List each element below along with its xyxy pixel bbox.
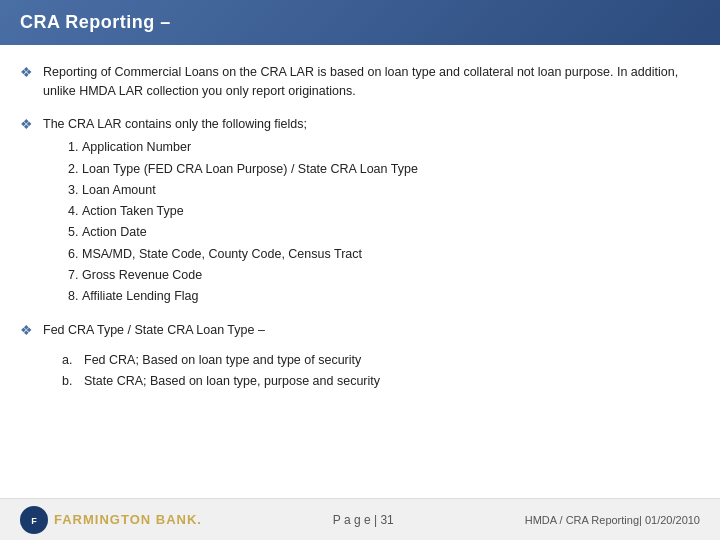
bullet-3-section: ❖ Fed CRA Type / State CRA Loan Type –	[20, 321, 700, 340]
sub-text-b: State CRA; Based on loan type, purpose a…	[84, 371, 380, 392]
svg-text:F: F	[31, 516, 37, 526]
bullet-2-intro: The CRA LAR contains only the following …	[43, 115, 307, 134]
sub-label-a: a.	[62, 350, 76, 371]
bullet-2-section: ❖ The CRA LAR contains only the followin…	[20, 115, 700, 308]
sub-label-b: b.	[62, 371, 76, 392]
bullet-1-text: Reporting of Commercial Loans on the CRA…	[43, 63, 700, 101]
footer-right-text: HMDA / CRA Reporting| 01/20/2010	[525, 514, 700, 526]
list-item: Gross Revenue Code	[82, 265, 700, 286]
logo-icon: F	[20, 506, 48, 534]
footer-logo: F FARMINGTON BANK.	[20, 506, 202, 534]
numbered-ol: Application Number Loan Type (FED CRA Lo…	[62, 137, 700, 307]
header-title: CRA Reporting –	[20, 12, 171, 32]
sub-list: a. Fed CRA; Based on loan type and type …	[62, 350, 700, 393]
sub-list-item-b: b. State CRA; Based on loan type, purpos…	[62, 371, 700, 392]
bullet-3-content: Fed CRA Type / State CRA Loan Type –	[43, 321, 265, 340]
page-number: P a g e | 31	[333, 513, 394, 527]
content-area: ❖ Reporting of Commercial Loans on the C…	[0, 45, 720, 403]
list-item: Affiliate Lending Flag	[82, 286, 700, 307]
sub-text-a: Fed CRA; Based on loan type and type of …	[84, 350, 361, 371]
fields-list: Application Number Loan Type (FED CRA Lo…	[62, 137, 700, 307]
bullet-diamond-1: ❖	[20, 64, 33, 80]
bullet-1: ❖ Reporting of Commercial Loans on the C…	[20, 63, 700, 101]
list-item: MSA/MD, State Code, County Code, Census …	[82, 244, 700, 265]
bullet-2-header: ❖ The CRA LAR contains only the followin…	[20, 115, 700, 134]
page-footer: F FARMINGTON BANK. P a g e | 31 HMDA / C…	[0, 498, 720, 540]
list-item: Loan Amount	[82, 180, 700, 201]
page-header: CRA Reporting –	[0, 0, 720, 45]
logo-name: FARMINGTON BANK.	[54, 512, 202, 527]
bullet-3-intro: Fed CRA Type / State CRA Loan Type –	[43, 323, 265, 337]
sub-list-item-a: a. Fed CRA; Based on loan type and type …	[62, 350, 700, 371]
farmington-logo-svg: F	[25, 511, 43, 529]
bullet-diamond-2: ❖	[20, 116, 33, 132]
bullet-diamond-3: ❖	[20, 322, 33, 338]
list-item: Application Number	[82, 137, 700, 158]
logo-text-block: FARMINGTON BANK.	[54, 512, 202, 527]
list-item: Action Date	[82, 222, 700, 243]
list-item: Loan Type (FED CRA Loan Purpose) / State…	[82, 159, 700, 180]
list-item: Action Taken Type	[82, 201, 700, 222]
